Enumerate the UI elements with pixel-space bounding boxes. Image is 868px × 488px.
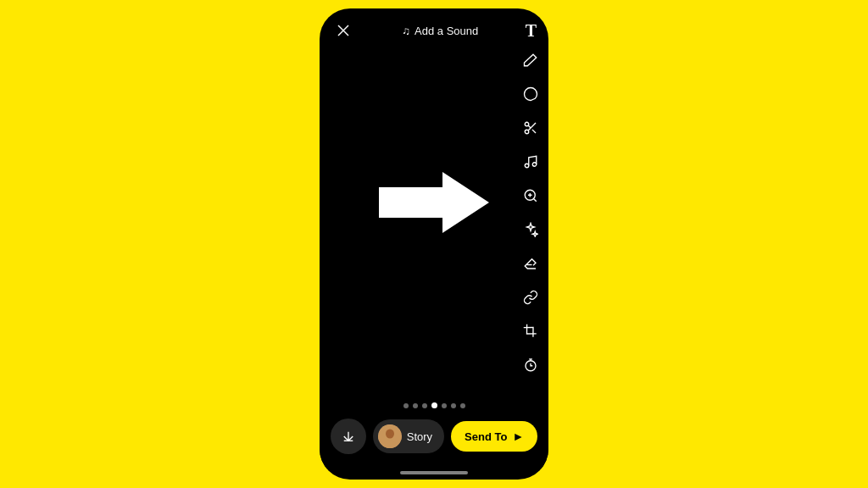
main-content (320, 8, 548, 396)
link-tool-button[interactable] (521, 288, 540, 307)
search-icon (523, 188, 538, 203)
top-bar: ♫ Add a Sound T (320, 8, 548, 49)
dot-1 (403, 403, 409, 408)
svg-line-6 (532, 130, 536, 133)
svg-point-4 (525, 130, 529, 134)
right-toolbar (521, 51, 540, 374)
search-tool-button[interactable] (521, 186, 540, 205)
send-arrow-icon: ► (512, 430, 524, 443)
text-tool-button[interactable]: T (526, 21, 537, 41)
dot-5 (442, 403, 447, 408)
close-button[interactable] (331, 19, 355, 42)
dot-2 (413, 403, 418, 408)
link-icon (523, 290, 538, 305)
scissors-icon (523, 120, 538, 136)
scissors-tool-button[interactable] (521, 119, 540, 137)
music-note-icon: ♫ (402, 25, 410, 37)
dot-7 (460, 403, 465, 408)
svg-point-9 (532, 163, 537, 167)
svg-point-18 (386, 430, 394, 439)
timer-icon (523, 358, 538, 373)
music-icon (523, 154, 538, 169)
crop-icon (523, 324, 538, 339)
draw-tool-button[interactable] (521, 51, 540, 69)
story-avatar (378, 424, 402, 448)
close-icon (336, 23, 351, 38)
sticker-icon (523, 86, 538, 102)
crop-tool-button[interactable] (521, 322, 540, 341)
sticker-tool-button[interactable] (521, 85, 540, 103)
erase-tool-button[interactable] (521, 254, 540, 273)
arrow-graphic (379, 169, 489, 236)
avatar-icon (378, 424, 402, 448)
story-label: Story (407, 430, 432, 443)
svg-marker-2 (379, 172, 489, 233)
svg-point-3 (525, 122, 529, 126)
svg-line-11 (533, 198, 536, 201)
add-sound-label: Add a Sound (415, 25, 478, 37)
bottom-bar: Story Send To ► (320, 412, 548, 469)
send-to-button[interactable]: Send To ► (451, 421, 537, 452)
home-indicator (400, 471, 468, 474)
sparkle-icon (523, 222, 538, 237)
dot-4-active (431, 402, 437, 408)
right-arrow-icon (379, 169, 489, 236)
erase-icon (523, 256, 538, 271)
download-button[interactable] (331, 419, 366, 454)
svg-point-8 (525, 164, 529, 168)
download-icon (341, 429, 356, 444)
pencil-icon (523, 53, 538, 68)
dot-6 (451, 403, 456, 408)
send-to-label: Send To (465, 430, 507, 443)
story-button[interactable]: Story (373, 419, 444, 453)
svg-line-7 (528, 125, 531, 128)
music-tool-button[interactable] (521, 152, 540, 171)
add-sound-button[interactable]: ♫ Add a Sound (402, 25, 478, 37)
dot-3 (422, 403, 427, 408)
timer-tool-button[interactable] (521, 356, 540, 374)
effects-tool-button[interactable] (521, 220, 540, 239)
phone-frame: ♫ Add a Sound T (320, 8, 548, 480)
pagination-dots (320, 396, 548, 412)
